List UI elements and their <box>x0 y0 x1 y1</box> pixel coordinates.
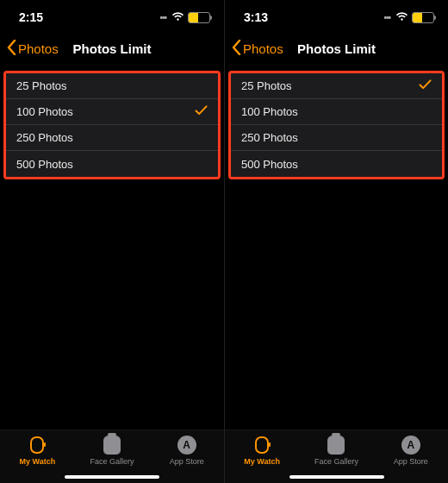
option-row[interactable]: 500 Photos <box>6 151 218 177</box>
option-label: 100 Photos <box>16 105 73 118</box>
screenshot-pane: 3:13 ••• Photos Photos Limit 25 Photos <box>224 0 448 483</box>
signal-icon: ••• <box>383 13 390 22</box>
watch-icon <box>28 436 47 455</box>
option-row[interactable]: 25 Photos <box>231 73 442 99</box>
option-label: 500 Photos <box>241 158 298 171</box>
tab-bar: My Watch Face Gallery A App Store <box>0 430 224 483</box>
checkmark-icon <box>195 105 208 118</box>
option-row[interactable]: 25 Photos <box>6 73 218 99</box>
tab-app-store[interactable]: A App Store <box>152 436 221 466</box>
battery-icon <box>188 12 210 23</box>
option-row[interactable]: 100 Photos <box>6 99 218 125</box>
chevron-left-icon <box>7 40 16 58</box>
wifi-icon <box>395 10 408 24</box>
app-store-icon: A <box>177 436 196 455</box>
photos-limit-list: 25 Photos 100 Photos 250 Photos 500 Phot… <box>3 71 221 179</box>
tab-label: Face Gallery <box>314 457 358 466</box>
face-gallery-icon <box>103 436 121 455</box>
battery-icon <box>412 12 434 23</box>
chevron-left-icon <box>232 40 241 58</box>
status-time: 2:15 <box>19 10 43 24</box>
tab-label: My Watch <box>19 457 55 466</box>
tab-my-watch[interactable]: My Watch <box>227 436 296 466</box>
tab-label: App Store <box>394 457 428 466</box>
checkmark-icon <box>419 79 432 92</box>
status-bar: 2:15 ••• <box>0 0 224 34</box>
tab-face-gallery[interactable]: Face Gallery <box>78 436 146 466</box>
option-label: 250 Photos <box>16 131 73 144</box>
watch-icon <box>252 436 271 455</box>
option-row[interactable]: 100 Photos <box>231 99 442 125</box>
option-label: 25 Photos <box>241 79 292 92</box>
signal-icon: ••• <box>159 13 166 22</box>
tab-my-watch[interactable]: My Watch <box>3 436 72 466</box>
tab-label: App Store <box>170 457 204 466</box>
app-store-icon: A <box>401 436 420 455</box>
tab-face-gallery[interactable]: Face Gallery <box>302 436 370 466</box>
back-label: Photos <box>18 41 59 56</box>
option-row[interactable]: 250 Photos <box>6 125 218 151</box>
home-indicator[interactable] <box>65 475 159 479</box>
option-label: 250 Photos <box>241 131 298 144</box>
wifi-icon <box>171 10 184 24</box>
face-gallery-icon <box>327 436 345 455</box>
tab-bar: My Watch Face Gallery A App Store <box>225 430 448 483</box>
nav-bar: Photos Photos Limit <box>0 34 224 62</box>
option-row[interactable]: 500 Photos <box>231 151 442 177</box>
back-button[interactable]: Photos <box>232 40 283 58</box>
nav-bar: Photos Photos Limit <box>225 34 448 62</box>
screenshot-pane: 2:15 ••• Photos Photos Limit 25 Photos <box>0 0 224 483</box>
tab-label: Face Gallery <box>90 457 134 466</box>
option-row[interactable]: 250 Photos <box>231 125 442 151</box>
back-button[interactable]: Photos <box>7 40 59 58</box>
status-time: 3:13 <box>244 10 268 24</box>
tab-label: My Watch <box>244 457 280 466</box>
tab-app-store[interactable]: A App Store <box>376 436 445 466</box>
back-label: Photos <box>243 41 283 56</box>
option-label: 500 Photos <box>16 158 73 171</box>
option-label: 25 Photos <box>16 79 67 92</box>
status-bar: 3:13 ••• <box>225 0 448 34</box>
option-label: 100 Photos <box>241 105 298 118</box>
photos-limit-list: 25 Photos 100 Photos 250 Photos 500 Phot… <box>228 71 445 179</box>
home-indicator[interactable] <box>289 475 384 479</box>
